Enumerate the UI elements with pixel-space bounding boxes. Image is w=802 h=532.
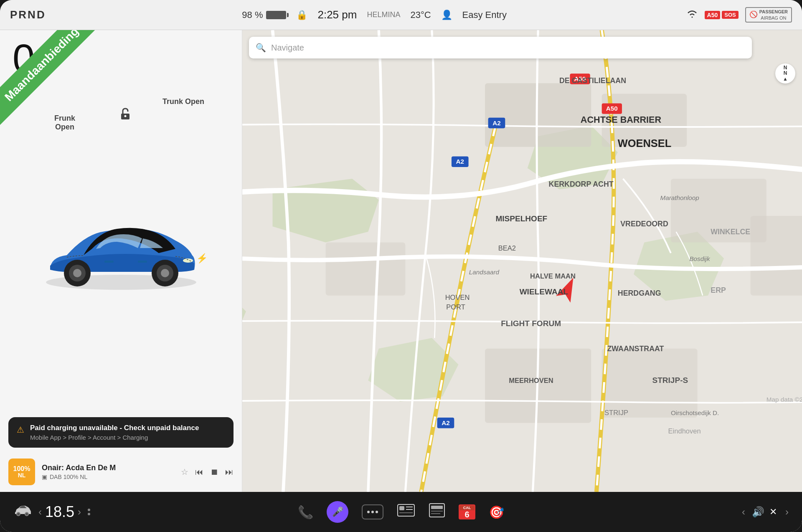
alert-title: Paid charging unavailable - Check unpaid… — [30, 424, 199, 432]
lock-icon: 🔒 — [296, 10, 307, 20]
svg-text:MEERHOVEN: MEERHOVEN — [509, 377, 553, 385]
svg-rect-76 — [431, 506, 443, 509]
apps-button[interactable]: 🎯 — [489, 505, 504, 519]
car-svg: ⚡ — [33, 199, 209, 307]
person-icon: 👤 — [441, 10, 452, 20]
mute-x: ✕ — [769, 507, 777, 517]
volume-control: 🔊 ✕ — [752, 506, 779, 518]
dot-2 — [371, 511, 374, 513]
id-card-icon — [397, 503, 415, 521]
map-area[interactable]: A50 A50 A2 A2 A2 DE CASTILIELAAN ACHTSE … — [242, 30, 802, 492]
menu-button[interactable] — [362, 504, 383, 519]
status-center: 98 % 🔒 2:25 pm HELMINA 23°C 👤 Easy Entry — [63, 8, 686, 21]
svg-point-9 — [183, 258, 193, 263]
gear-indicator: PRND — [10, 8, 46, 21]
svg-text:ZWAANSTRAAT: ZWAANSTRAAT — [607, 345, 664, 353]
favorite-button[interactable]: ☆ — [181, 467, 188, 477]
easy-entry-label: Easy Entry — [462, 10, 507, 20]
media-logo-line1: 100% — [13, 465, 30, 473]
siri-button[interactable]: 🎤 — [327, 501, 348, 523]
svg-text:Landsaard: Landsaard — [469, 269, 500, 276]
svg-text:MISPELHOEF: MISPELHOEF — [495, 214, 547, 223]
battery-status: 98 % — [242, 10, 286, 20]
airbag-line2: AIRBAG ON — [759, 15, 788, 21]
bottom-right: ‹ 🔊 ✕ › — [672, 506, 789, 518]
three-dots-icon — [362, 504, 383, 519]
temp-decrease-button[interactable]: ‹ — [38, 506, 42, 518]
apps-icon: 🎯 — [489, 505, 504, 519]
media-controls: ☆ ⏮ ⏹ ⏭ — [181, 467, 233, 477]
next-track-button[interactable]: ⏭ — [225, 467, 233, 477]
volume-icon: 🔊 — [752, 506, 764, 518]
svg-text:A2: A2 — [456, 158, 464, 165]
temp-display: 23°C — [410, 10, 431, 20]
alert-warning-icon: ⚠ — [17, 425, 24, 435]
map-search-bar[interactable]: 🔍 Navigate — [249, 37, 752, 58]
svg-text:VREDEOORD: VREDEOORD — [620, 220, 668, 228]
calendar-button[interactable]: CAL 6 — [459, 504, 475, 519]
main-content: Maandaanbieding 0 KM/H Trunk Open FrunkO… — [0, 30, 802, 492]
maandaanbieding-banner: Maandaanbieding — [0, 30, 107, 130]
svg-point-8 — [161, 269, 169, 277]
north-indicator[interactable]: NN▲ — [775, 63, 795, 84]
status-bar: PRND 98 % 🔒 2:25 pm HELMINA 23°C 👤 Easy … — [0, 0, 802, 30]
svg-point-69 — [25, 513, 28, 515]
svg-point-5 — [73, 269, 81, 277]
svg-rect-19 — [485, 83, 591, 147]
prev-track-button[interactable]: ⏮ — [195, 467, 203, 477]
bottom-bar: ‹ 18.5 › 📞 🎤 — [0, 492, 802, 532]
status-right: A50 SOS 🚫 PASSENGER AIRBAG ON — [686, 7, 792, 23]
media-track-title: Onair: Acda En De M — [42, 464, 174, 472]
left-panel: Maandaanbieding 0 KM/H Trunk Open FrunkO… — [0, 30, 242, 492]
seat-indicator-2 — [88, 513, 90, 515]
battery-percentage: 98 % — [242, 10, 263, 20]
svg-text:FLIGHT FORUM: FLIGHT FORUM — [501, 319, 561, 328]
lock-open-icon — [119, 108, 132, 122]
a50-badge: A50 — [705, 11, 721, 19]
alert-text-container: Paid charging unavailable - Check unpaid… — [30, 424, 199, 441]
svg-text:A2: A2 — [442, 419, 450, 426]
volume-right-button[interactable]: › — [785, 506, 789, 518]
bottom-center: 📞 🎤 — [130, 501, 672, 523]
svg-rect-25 — [751, 216, 802, 296]
media-station-logo: 100% NL — [8, 459, 35, 485]
calendar-icon: CAL 6 — [459, 504, 475, 519]
volume-left-button[interactable]: ‹ — [742, 506, 745, 518]
svg-rect-71 — [399, 506, 404, 510]
svg-text:A50: A50 — [606, 105, 618, 112]
temp-increase-button[interactable]: › — [78, 506, 81, 518]
calendar-number: 6 — [464, 510, 469, 519]
svg-text:STRIJP: STRIJP — [604, 409, 628, 417]
temp-seat-indicators — [88, 509, 90, 515]
dot-1 — [367, 511, 370, 513]
svg-text:Map data ©2024: Map data ©2024 — [766, 396, 802, 403]
svg-rect-12 — [138, 261, 147, 263]
news-button[interactable] — [429, 503, 445, 521]
stop-button[interactable]: ⏹ — [210, 467, 218, 477]
no-airbag-icon: 🚫 — [749, 10, 758, 19]
svg-rect-11 — [104, 261, 114, 263]
media-station-name: DAB 100% NL — [50, 474, 87, 480]
news-icon — [429, 503, 445, 521]
sos-badge: SOS — [722, 11, 738, 19]
svg-rect-23 — [326, 243, 406, 296]
id-button[interactable] — [397, 503, 415, 521]
voice-assistant-icon: 🎤 — [327, 501, 348, 523]
a50-sos-area: A50 SOS — [705, 11, 739, 19]
trunk-label: Trunk Open — [162, 97, 204, 106]
search-placeholder: Navigate — [271, 43, 304, 53]
city-name: HELMINA — [367, 10, 400, 19]
phone-button[interactable]: 📞 — [298, 505, 313, 519]
charging-alert[interactable]: ⚠ Paid charging unavailable - Check unpa… — [8, 417, 233, 448]
temperature-value: 18.5 — [45, 503, 74, 521]
seat-indicator-1 — [88, 509, 90, 511]
north-text: NN▲ — [783, 65, 788, 82]
wifi-icon — [686, 10, 698, 20]
dab-icon: ▣ — [42, 474, 47, 480]
svg-text:WIELEWAAL: WIELEWAAL — [520, 287, 569, 296]
svg-text:Oirschotsedijk D.: Oirschotsedijk D. — [671, 409, 719, 416]
car-icon-button[interactable] — [13, 504, 32, 520]
svg-text:⚡: ⚡ — [196, 253, 208, 264]
svg-text:ACHTSE BARRIER: ACHTSE BARRIER — [581, 114, 662, 125]
svg-text:KERKDORP ACHT: KERKDORP ACHT — [549, 180, 614, 188]
